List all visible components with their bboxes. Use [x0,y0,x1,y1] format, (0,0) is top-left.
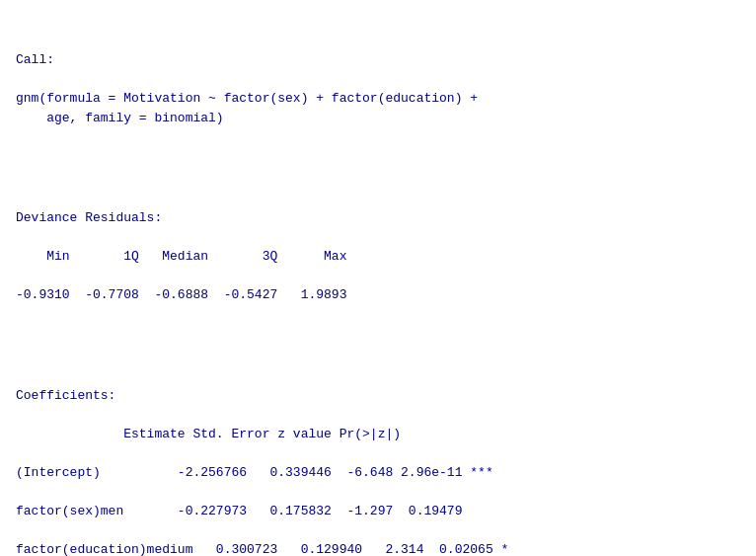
call-label: Call: [16,52,54,67]
call-section: Call: gnm(formula = Motivation ~ factor(… [16,32,740,128]
deviance-residuals-label: Deviance Residuals: [16,210,162,225]
deviance-residuals-headers: Min 1Q Median 3Q Max [16,249,346,264]
coefficients-section: Coefficients: Estimate Std. Error z valu… [16,348,740,557]
coeff-edu-medium: factor(education)medium 0.300723 0.12994… [16,542,516,557]
coefficients-header: Estimate Std. Error z value Pr(>|z|) [16,427,431,441]
r-output: Call: gnm(formula = Motivation ~ factor(… [16,12,740,556]
call-code: gnm(formula = Motivation ~ factor(sex) +… [16,91,478,125]
deviance-residuals-values: -0.9310 -0.7708 -0.6888 -0.5427 1.9893 [16,287,346,302]
coeff-intercept: (Intercept) -2.256766 0.339446 -6.648 2.… [16,465,493,480]
coeff-sex-men: factor(sex)men -0.227973 0.175832 -1.297… [16,504,493,518]
deviance-residuals-section: Deviance Residuals: Min 1Q Median 3Q Max… [16,170,740,305]
coefficients-label: Coefficients: [16,388,115,403]
